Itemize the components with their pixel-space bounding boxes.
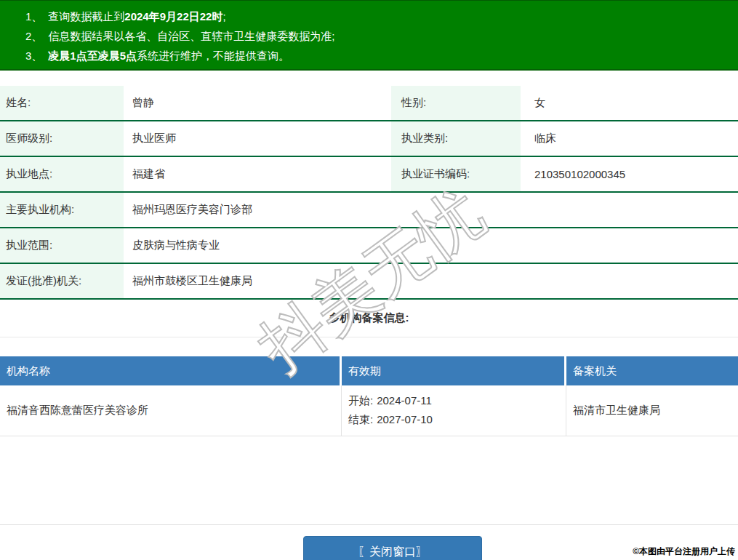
org-header-institution-name: 机构名称 [0, 356, 342, 385]
name-value: 曾静 [124, 86, 391, 120]
validity-start: 开始:2024-07-11 [348, 394, 566, 408]
info-row-location-certificate: 执业地点: 福建省 执业证书编码: 210350102000345 [0, 157, 738, 193]
issuing-authority-value: 福州市鼓楼区卫生健康局 [124, 264, 738, 298]
practice-scope-label: 执业范围: [0, 228, 124, 263]
notice-line-1: 1、查询数据截止到2024年9月22日22时; [25, 7, 731, 26]
org-table-row: 福清音西陈意蕾医疗美容诊所 开始:2024-07-11 结束:2027-07-1… [0, 385, 738, 436]
practice-scope-value: 皮肤病与性病专业 [124, 228, 738, 263]
notice-banner: 1、查询数据截止到2024年9月22日22时; 2、信息数据结果以各省、自治区、… [0, 0, 738, 71]
practice-location-value: 福建省 [124, 157, 391, 191]
close-window-button[interactable]: 〖关闭窗口〗 [303, 536, 482, 560]
gender-value: 女 [521, 86, 738, 120]
info-row-name-gender: 姓名: 曾静 性别: 女 [0, 86, 738, 121]
multi-institution-table: 机构名称 有效期 备案机关 福清音西陈意蕾医疗美容诊所 开始:2024-07-1… [0, 356, 738, 436]
multi-institution-section-heading: 多机构备案信息: [0, 300, 738, 337]
issuing-authority-label: 发证(批准)机关: [0, 264, 124, 298]
notice-text: ; [222, 10, 225, 23]
org-filing-authority: 福清市卫生健康局 [566, 385, 738, 436]
gender-label: 性别: [391, 86, 521, 120]
notice-number: 3、 [25, 49, 42, 62]
practitioner-info-table: 姓名: 曾静 性别: 女 医师级别: 执业医师 执业类别: 临床 执业地点: 福… [0, 86, 738, 300]
certificate-number-value: 210350102000345 [521, 157, 738, 191]
practice-category-value: 临床 [521, 121, 738, 156]
info-row-main-institution: 主要执业机构: 福州玛恩医疗美容门诊部 [0, 193, 738, 228]
footer: 〖关闭窗口〗 ©本图由平台注册用户上传 [0, 524, 738, 560]
org-validity-period: 开始:2024-07-11 结束:2027-07-10 [342, 385, 566, 436]
doctor-level-value: 执业医师 [124, 121, 391, 156]
org-header-filing-authority: 备案机关 [566, 356, 738, 385]
notice-text: 查询数据截止到 [48, 10, 124, 23]
validity-end-date: 2027-07-10 [377, 413, 433, 425]
info-row-issuing-authority: 发证(批准)机关: 福州市鼓楼区卫生健康局 [0, 264, 738, 300]
notice-text-bold: 凌晨1点至凌晨5点 [48, 49, 137, 62]
main-institution-label: 主要执业机构: [0, 193, 124, 227]
org-institution-name: 福清音西陈意蕾医疗美容诊所 [0, 385, 342, 436]
notice-number: 1、 [25, 10, 42, 23]
org-header-validity-period: 有效期 [342, 356, 566, 385]
name-label: 姓名: [0, 86, 124, 120]
practice-location-label: 执业地点: [0, 157, 124, 191]
notice-number: 2、 [25, 30, 42, 42]
certificate-number-label: 执业证书编码: [391, 157, 521, 191]
info-row-practice-scope: 执业范围: 皮肤病与性病专业 [0, 228, 738, 264]
notice-line-2: 2、信息数据结果以各省、自治区、直辖市卫生健康委数据为准; [25, 26, 731, 46]
validity-end-label: 结束: [348, 413, 373, 425]
notice-line-3: 3、凌晨1点至凌晨5点系统进行维护，不能提供查询。 [25, 46, 731, 65]
license-query-result-page: 1、查询数据截止到2024年9月22日22时; 2、信息数据结果以各省、自治区、… [0, 0, 738, 560]
main-institution-value: 福州玛恩医疗美容门诊部 [124, 193, 738, 227]
doctor-level-label: 医师级别: [0, 121, 124, 156]
info-row-level-category: 医师级别: 执业医师 执业类别: 临床 [0, 121, 738, 157]
practice-category-label: 执业类别: [391, 121, 521, 156]
upload-credit-text: ©本图由平台注册用户上传 [633, 545, 735, 558]
validity-end: 结束:2027-07-10 [348, 413, 566, 427]
org-table-header: 机构名称 有效期 备案机关 [0, 356, 738, 385]
notice-text: 信息数据结果以各省、自治区、直辖市卫生健康委数据为准; [48, 30, 334, 42]
notice-text: 系统进行维护，不能提供查询。 [137, 49, 289, 62]
notice-text-bold: 2024年9月22日22时 [124, 10, 222, 23]
validity-start-label: 开始: [348, 394, 373, 407]
validity-start-date: 2024-07-11 [377, 394, 432, 407]
